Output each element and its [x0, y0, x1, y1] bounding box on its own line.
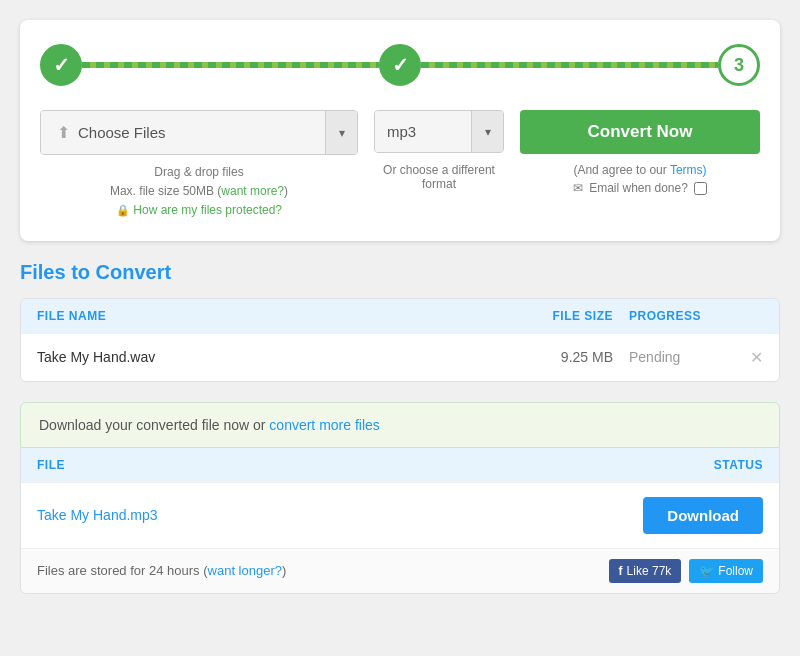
convert-now-button[interactable]: Convert Now: [520, 110, 760, 154]
convert-more-link[interactable]: convert more files: [269, 417, 379, 433]
converted-file-link[interactable]: Take My Hand.mp3: [37, 507, 643, 523]
step-2-label: ✓: [392, 53, 409, 77]
step-1-label: ✓: [53, 53, 70, 77]
want-more-link[interactable]: want more?: [221, 184, 284, 198]
table-row: Take My Hand.wav 9.25 MB Pending ✕: [21, 333, 779, 381]
twitter-follow-button[interactable]: 🐦 Follow: [689, 559, 763, 583]
choose-files-group: ⬆ Choose Files ▾: [40, 110, 358, 155]
controls-row: ⬆ Choose Files ▾ mp3 ▾ Convert Now: [40, 110, 760, 155]
chevron-down-icon-format: ▾: [485, 125, 491, 139]
terms-link[interactable]: Terms): [670, 163, 707, 177]
email-row: ✉ Email when done?: [520, 181, 760, 195]
files-section-title: Files to Convert: [20, 261, 780, 284]
col-header-action: [733, 309, 763, 323]
format-dropdown-button[interactable]: ▾: [471, 111, 503, 152]
dl-table-row: Take My Hand.mp3 Download: [21, 482, 779, 548]
stored-text: Files are stored for 24 hours (want long…: [37, 563, 286, 578]
main-card: ✓ ✓ 3 ⬆ Choose Files ▾ mp3 ▾: [20, 20, 780, 241]
file-progress-cell: Pending: [613, 349, 733, 365]
want-longer-link[interactable]: want longer?: [208, 563, 282, 578]
step-2: ✓: [379, 44, 421, 86]
email-icon: ✉: [573, 181, 583, 195]
sub-info-row: Drag & drop files Max. file size 50MB (w…: [40, 163, 760, 221]
email-checkbox[interactable]: [694, 182, 707, 195]
step-line-2: [421, 62, 718, 68]
file-size-cell: 9.25 MB: [533, 349, 613, 365]
protection-link[interactable]: How are my files protected?: [133, 203, 282, 217]
file-name-cell: Take My Hand.wav: [37, 349, 533, 365]
format-value: mp3: [375, 111, 471, 152]
files-title-highlight: Convert: [96, 261, 172, 283]
dl-col-status-header: STATUS: [603, 458, 763, 472]
file-delete-button[interactable]: ✕: [733, 348, 763, 367]
file-table: FILE NAME FILE SIZE PROGRESS Take My Han…: [20, 298, 780, 382]
fb-like-label: Like 77k: [627, 564, 672, 578]
max-size-text: Max. file size 50MB (want more?): [40, 182, 358, 201]
table-header: FILE NAME FILE SIZE PROGRESS: [21, 299, 779, 333]
choose-files-dropdown-button[interactable]: ▾: [325, 111, 357, 154]
download-notice: Download your converted file now or conv…: [20, 402, 780, 448]
chevron-down-icon: ▾: [339, 126, 345, 140]
col-header-size: FILE SIZE: [533, 309, 613, 323]
download-section: Download your converted file now or conv…: [20, 402, 780, 594]
dl-table-header: FILE STATUS: [21, 448, 779, 482]
col-header-progress: PROGRESS: [613, 309, 733, 323]
email-label: Email when done?: [589, 181, 688, 195]
step-3-label: 3: [734, 55, 744, 76]
format-group: mp3 ▾: [374, 110, 504, 153]
dl-col-file-header: FILE: [37, 458, 603, 472]
terms-text: (And agree to our Terms): [520, 163, 760, 177]
files-to-convert-section: Files to Convert FILE NAME FILE SIZE PRO…: [20, 261, 780, 382]
step-1: ✓: [40, 44, 82, 86]
choose-files-sub: Drag & drop files Max. file size 50MB (w…: [40, 163, 358, 221]
drag-drop-text: Drag & drop files: [40, 163, 358, 182]
progress-steps: ✓ ✓ 3: [40, 44, 760, 86]
choose-files-button[interactable]: ⬆ Choose Files: [41, 111, 325, 154]
format-sub-text: Or choose a different format: [374, 163, 504, 221]
download-button[interactable]: Download: [643, 497, 763, 534]
stored-info-row: Files are stored for 24 hours (want long…: [21, 548, 779, 593]
social-buttons: f Like 77k 🐦 Follow: [609, 559, 763, 583]
upload-icon: ⬆: [57, 123, 70, 142]
fb-icon: f: [619, 564, 623, 578]
protection-row: 🔒 How are my files protected?: [40, 201, 358, 220]
choose-files-label: Choose Files: [78, 124, 166, 141]
tw-icon: 🐦: [699, 564, 714, 578]
tw-follow-label: Follow: [718, 564, 753, 578]
download-table-wrap: FILE STATUS Take My Hand.mp3 Download Fi…: [20, 448, 780, 594]
step-3: 3: [718, 44, 760, 86]
step-line-1: [82, 62, 379, 68]
col-header-name: FILE NAME: [37, 309, 533, 323]
facebook-like-button[interactable]: f Like 77k: [609, 559, 682, 583]
convert-sub: (And agree to our Terms) ✉ Email when do…: [520, 163, 760, 221]
